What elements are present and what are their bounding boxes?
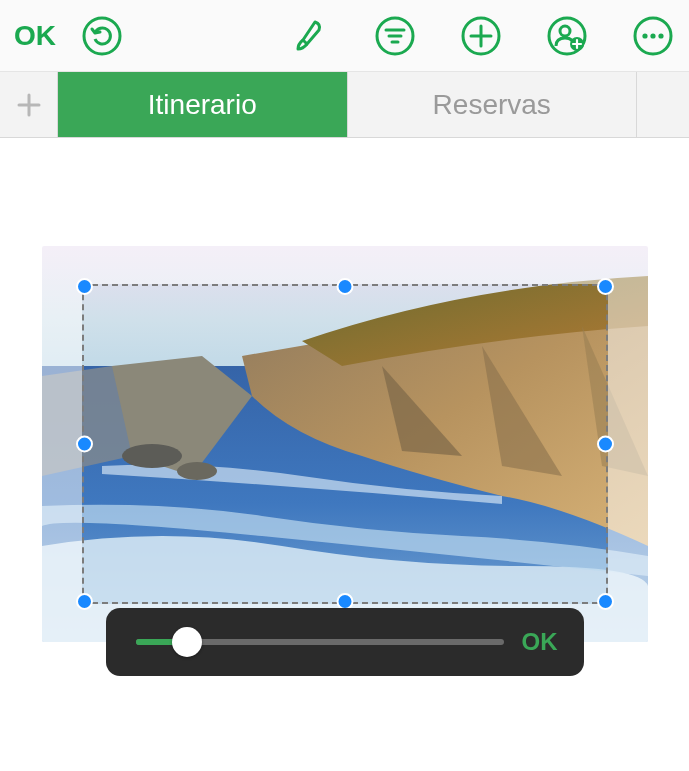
mask-control-bar: OK bbox=[106, 608, 584, 676]
tab-reservas[interactable]: Reservas bbox=[348, 72, 638, 137]
svg-point-9 bbox=[560, 26, 570, 36]
sheet-tabs: Itinerario Reservas bbox=[0, 72, 689, 138]
crop-handle-bottom-right[interactable] bbox=[597, 593, 614, 610]
add-person-icon[interactable] bbox=[545, 14, 589, 58]
undo-icon[interactable] bbox=[80, 14, 124, 58]
tab-label: Itinerario bbox=[148, 89, 257, 121]
crop-dim bbox=[608, 284, 648, 604]
crop-selection[interactable] bbox=[82, 284, 608, 604]
tab-label: Reservas bbox=[433, 89, 551, 121]
tab-spacer bbox=[637, 72, 689, 137]
mask-slider[interactable] bbox=[136, 639, 504, 645]
crop-handle-top-center[interactable] bbox=[337, 278, 354, 295]
crop-handle-bottom-left[interactable] bbox=[76, 593, 93, 610]
crop-handle-mid-left[interactable] bbox=[76, 436, 93, 453]
crop-handle-top-right[interactable] bbox=[597, 278, 614, 295]
ok-button[interactable]: OK bbox=[14, 20, 56, 52]
svg-point-16 bbox=[658, 33, 663, 38]
selected-image[interactable] bbox=[42, 246, 648, 642]
crop-handle-top-left[interactable] bbox=[76, 278, 93, 295]
toolbar-left-group: OK bbox=[14, 14, 124, 58]
crop-overlay bbox=[42, 246, 648, 642]
svg-point-0 bbox=[84, 18, 120, 54]
filter-icon[interactable] bbox=[373, 14, 417, 58]
slider-thumb[interactable] bbox=[172, 627, 202, 657]
brush-icon[interactable] bbox=[287, 14, 331, 58]
canvas-area: OK bbox=[0, 138, 689, 676]
crop-handle-mid-right[interactable] bbox=[597, 436, 614, 453]
tab-itinerario[interactable]: Itinerario bbox=[58, 72, 348, 137]
more-icon[interactable] bbox=[631, 14, 675, 58]
add-sheet-button[interactable] bbox=[0, 72, 58, 137]
plus-icon[interactable] bbox=[459, 14, 503, 58]
top-toolbar: OK bbox=[0, 0, 689, 72]
svg-point-14 bbox=[642, 33, 647, 38]
toolbar-right-group bbox=[287, 14, 675, 58]
mask-ok-button[interactable]: OK bbox=[522, 628, 558, 656]
svg-point-15 bbox=[650, 33, 655, 38]
